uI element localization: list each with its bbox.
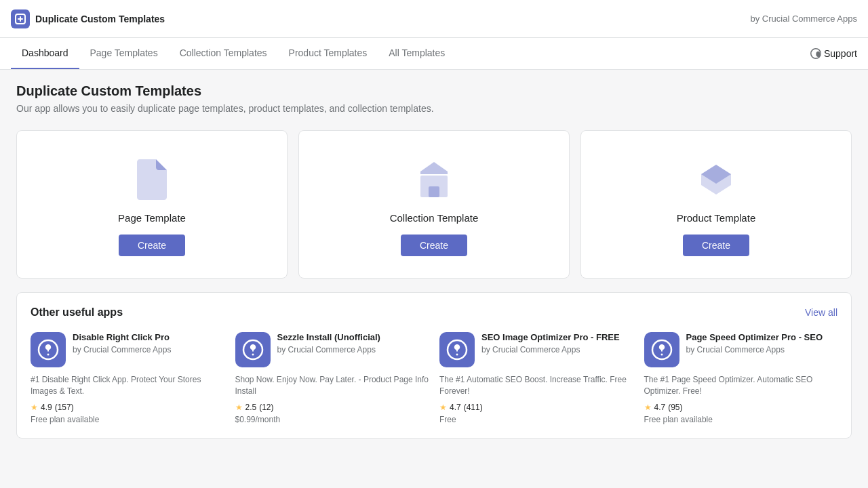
review-count-3: (95) — [668, 403, 682, 412]
apps-section: Other useful apps View all Disable Right… — [16, 292, 852, 439]
tab-dashboard[interactable]: Dashboard — [11, 38, 79, 69]
app-rating-2: ★ 4.7 (411) — [439, 403, 633, 412]
page-template-card: Page Template Create — [16, 130, 288, 279]
svg-point-8 — [456, 354, 458, 356]
app-card-top-0: Disable Right Click Pro by Crucial Comme… — [31, 332, 224, 367]
app-logo-3 — [644, 332, 679, 367]
app-card-2: SEO Image Optimizer Pro - FREE by Crucia… — [439, 332, 633, 424]
product-template-create-button[interactable]: Create — [683, 235, 749, 256]
app-price-2: Free — [439, 415, 633, 424]
apps-grid: Disable Right Click Pro by Crucial Comme… — [31, 332, 837, 424]
view-all-link[interactable]: View all — [805, 307, 837, 318]
support-label: Support — [824, 48, 857, 59]
app-card-0: Disable Right Click Pro by Crucial Comme… — [31, 332, 224, 424]
svg-point-6 — [252, 354, 254, 356]
page-template-label: Page Template — [118, 212, 186, 224]
page-template-create-button[interactable]: Create — [119, 235, 185, 256]
svg-rect-2 — [429, 186, 439, 197]
review-count-1: (12) — [259, 403, 273, 412]
app-icon — [11, 9, 30, 28]
app-name-0: Disable Right Click Pro — [73, 332, 171, 344]
product-template-label: Product Template — [677, 212, 755, 224]
support-button[interactable]: Support — [810, 48, 857, 59]
nav-tabs: Dashboard Page Templates Collection Temp… — [0, 38, 868, 70]
star-icon-0: ★ — [31, 403, 38, 412]
product-template-card: Product Template Create — [580, 130, 852, 279]
app-name-2: SEO Image Optimizer Pro - FREE — [481, 332, 620, 344]
app-price-1: $0.99/month — [235, 415, 429, 424]
app-card-1: Sezzle Install (Unofficial) by Crucial C… — [235, 332, 429, 424]
apps-header: Other useful apps View all — [31, 306, 837, 319]
app-info-1: Sezzle Install (Unofficial) by Crucial C… — [277, 332, 380, 354]
star-icon-3: ★ — [644, 403, 652, 412]
rating-value-2: 4.7 — [450, 403, 461, 412]
svg-point-10 — [660, 354, 663, 356]
app-price-3: Free plan available — [644, 415, 838, 424]
app-desc-2: The #1 Automatic SEO Boost. Increase Tra… — [439, 374, 633, 397]
app-by: by Crucial Commerce Apps — [751, 14, 858, 24]
nav-tabs-left: Dashboard Page Templates Collection Temp… — [11, 38, 456, 69]
review-count-0: (157) — [55, 403, 74, 412]
collection-template-card: Collection Template Create — [298, 130, 570, 279]
page-template-icon — [134, 158, 170, 201]
rating-value-0: 4.9 — [41, 403, 52, 412]
app-name-3: Page Speed Optimizer Pro - SEO — [686, 332, 823, 344]
app-card-top-1: Sezzle Install (Unofficial) by Crucial C… — [235, 332, 429, 367]
top-bar: Duplicate Custom Templates by Crucial Co… — [0, 0, 868, 38]
app-price-0: Free plan available — [31, 415, 224, 424]
svg-point-4 — [47, 354, 50, 356]
app-by-2: by Crucial Commerce Apps — [481, 345, 620, 354]
tab-all-templates[interactable]: All Templates — [378, 38, 456, 69]
support-icon — [810, 48, 821, 59]
page-heading: Duplicate Custom Templates — [16, 83, 852, 99]
app-logo-2 — [439, 332, 475, 367]
app-name-1: Sezzle Install (Unofficial) — [277, 332, 380, 344]
main-content: Duplicate Custom Templates Our app allow… — [0, 70, 868, 452]
tab-collection-templates[interactable]: Collection Templates — [169, 38, 278, 69]
top-bar-left: Duplicate Custom Templates — [11, 9, 165, 28]
app-desc-0: #1 Disable Right Click App. Protect Your… — [31, 374, 224, 397]
collection-template-icon — [414, 158, 454, 201]
star-icon-1: ★ — [235, 403, 243, 412]
app-rating-1: ★ 2.5 (12) — [235, 403, 429, 412]
app-logo-1 — [235, 332, 271, 367]
collection-template-label: Collection Template — [390, 212, 479, 224]
tab-page-templates[interactable]: Page Templates — [79, 38, 169, 69]
app-desc-3: The #1 Page Speed Optimizer. Automatic S… — [644, 374, 838, 397]
star-icon-2: ★ — [439, 403, 447, 412]
app-rating-0: ★ 4.9 (157) — [31, 403, 224, 412]
app-by-3: by Crucial Commerce Apps — [686, 345, 823, 354]
app-logo-0 — [31, 332, 66, 367]
app-desc-1: Shop Now. Enjoy Now. Pay Later. - Produc… — [235, 374, 429, 397]
collection-template-create-button[interactable]: Create — [401, 235, 467, 256]
app-by-0: by Crucial Commerce Apps — [73, 345, 171, 354]
app-title: Duplicate Custom Templates — [35, 14, 165, 24]
rating-value-3: 4.7 — [654, 403, 666, 412]
page-subtext: Our app allows you to easily duplicate p… — [16, 103, 852, 114]
app-info-2: SEO Image Optimizer Pro - FREE by Crucia… — [481, 332, 620, 354]
app-card-top-2: SEO Image Optimizer Pro - FREE by Crucia… — [439, 332, 633, 367]
app-rating-3: ★ 4.7 (95) — [644, 403, 838, 412]
rating-value-1: 2.5 — [245, 403, 257, 412]
app-by-1: by Crucial Commerce Apps — [277, 345, 380, 354]
app-info-3: Page Speed Optimizer Pro - SEO by Crucia… — [686, 332, 823, 354]
app-card-3: Page Speed Optimizer Pro - SEO by Crucia… — [644, 332, 838, 424]
tab-product-templates[interactable]: Product Templates — [278, 38, 378, 69]
app-info-0: Disable Right Click Pro by Crucial Comme… — [73, 332, 171, 354]
product-template-icon — [696, 158, 736, 201]
app-card-top-3: Page Speed Optimizer Pro - SEO by Crucia… — [644, 332, 838, 367]
apps-section-title: Other useful apps — [31, 306, 123, 319]
review-count-2: (411) — [464, 403, 483, 412]
template-cards-row: Page Template Create Collection Template… — [16, 130, 852, 279]
